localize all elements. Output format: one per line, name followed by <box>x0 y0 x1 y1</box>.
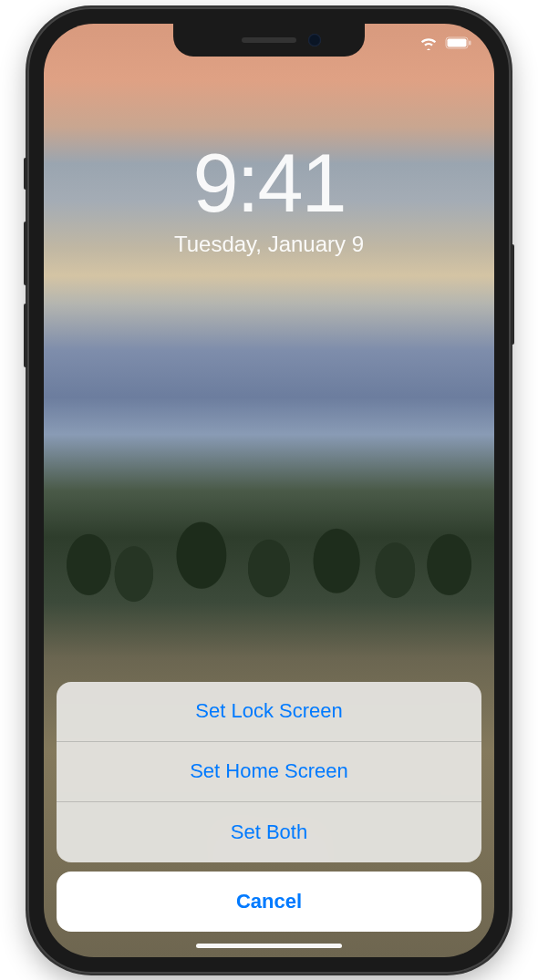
wallpaper-trees-layer <box>44 453 494 640</box>
cancel-label: Cancel <box>236 890 302 913</box>
volume-down-button <box>24 304 27 367</box>
front-camera <box>308 34 321 46</box>
lock-screen-info: 9:41 Tuesday, January 9 <box>44 142 494 257</box>
set-lock-screen-option[interactable]: Set Lock Screen <box>57 682 481 742</box>
option-label: Set Lock Screen <box>195 699 342 723</box>
notch <box>173 24 365 57</box>
mute-switch <box>24 158 27 190</box>
volume-up-button <box>24 222 27 285</box>
action-sheet: Set Lock Screen Set Home Screen Set Both… <box>57 682 481 932</box>
set-home-screen-option[interactable]: Set Home Screen <box>57 742 481 802</box>
set-both-option[interactable]: Set Both <box>57 802 481 862</box>
wifi-icon <box>419 36 438 50</box>
cancel-button[interactable]: Cancel <box>57 872 481 932</box>
phone-screen: 9:41 Tuesday, January 9 Move & Scale Set… <box>44 24 494 957</box>
clock-date: Tuesday, January 9 <box>44 232 494 257</box>
status-bar <box>419 36 472 50</box>
option-label: Set Home Screen <box>190 759 348 783</box>
option-label: Set Both <box>231 820 307 844</box>
battery-icon <box>445 36 472 49</box>
phone-device-frame: 9:41 Tuesday, January 9 Move & Scale Set… <box>27 7 511 974</box>
action-sheet-options-group: Set Lock Screen Set Home Screen Set Both <box>57 682 481 862</box>
side-power-button <box>511 244 514 345</box>
svg-rect-1 <box>448 39 467 47</box>
home-indicator[interactable] <box>196 944 342 948</box>
clock-time: 9:41 <box>44 142 494 224</box>
svg-rect-2 <box>469 41 471 46</box>
speaker-grille <box>242 37 296 43</box>
